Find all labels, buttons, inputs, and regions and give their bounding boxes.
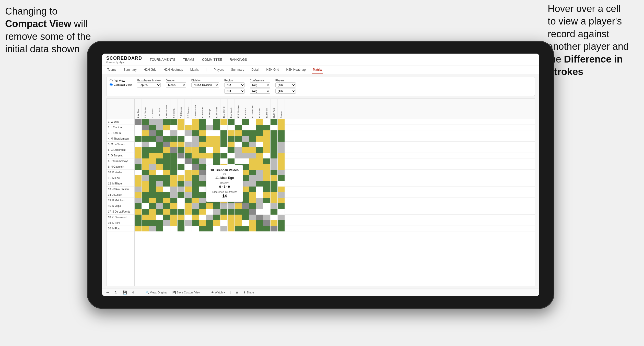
grid-cell[interactable] bbox=[235, 147, 242, 153]
grid-cell[interactable] bbox=[135, 198, 142, 203]
grid-cell[interactable] bbox=[278, 215, 285, 220]
grid-cell[interactable] bbox=[156, 147, 163, 153]
grid-cell[interactable] bbox=[256, 209, 263, 215]
grid-cell[interactable] bbox=[192, 220, 199, 226]
grid-cell[interactable] bbox=[278, 125, 285, 130]
grid-cell[interactable] bbox=[135, 125, 142, 130]
grid-cell[interactable] bbox=[263, 175, 271, 181]
grid-cell[interactable] bbox=[149, 203, 156, 209]
grid-cell[interactable] bbox=[135, 175, 142, 181]
nav-tournaments[interactable]: TOURNAMENTS bbox=[150, 57, 175, 63]
grid-cell[interactable] bbox=[235, 142, 242, 147]
grid-cell[interactable] bbox=[249, 175, 256, 181]
grid-cell[interactable] bbox=[163, 192, 170, 198]
grid-cell[interactable] bbox=[278, 130, 285, 136]
grid-cell[interactable] bbox=[206, 203, 213, 209]
grid-cell[interactable] bbox=[199, 119, 206, 125]
grid-cell[interactable] bbox=[163, 220, 170, 226]
grid-cell[interactable] bbox=[178, 209, 185, 215]
grid-cell[interactable] bbox=[235, 119, 242, 125]
grid-cell[interactable] bbox=[185, 136, 192, 142]
nav-teams[interactable]: TEAMS bbox=[183, 57, 194, 63]
grid-cell[interactable] bbox=[263, 198, 271, 203]
grid-cell[interactable] bbox=[170, 119, 178, 125]
grid-cell[interactable] bbox=[249, 130, 256, 136]
grid-cell[interactable] bbox=[256, 198, 263, 203]
grid-cell[interactable] bbox=[220, 220, 228, 226]
grid-cell[interactable] bbox=[192, 142, 199, 147]
grid-cell[interactable] bbox=[142, 130, 149, 136]
grid-cell[interactable] bbox=[263, 226, 271, 231]
grid-cell[interactable] bbox=[242, 215, 249, 220]
grid-cell[interactable] bbox=[135, 147, 142, 153]
grid-cell[interactable] bbox=[278, 203, 285, 209]
grid-cell[interactable] bbox=[163, 147, 170, 153]
grid-cell[interactable] bbox=[142, 226, 149, 231]
grid-cell[interactable] bbox=[163, 181, 170, 187]
grid-cell[interactable] bbox=[170, 142, 178, 147]
grid-cell[interactable] bbox=[149, 147, 156, 153]
grid-cell[interactable] bbox=[256, 119, 263, 125]
grid-cell[interactable] bbox=[199, 164, 206, 170]
grid-cell[interactable] bbox=[142, 175, 149, 181]
grid-cell[interactable] bbox=[156, 187, 163, 192]
settings-icon[interactable]: ⚙ bbox=[132, 291, 135, 294]
undo-btn[interactable]: ↩ bbox=[106, 290, 109, 294]
grid-cell[interactable] bbox=[149, 226, 156, 231]
grid-cell[interactable] bbox=[249, 125, 256, 130]
grid-cell[interactable] bbox=[135, 136, 142, 142]
grid-cell[interactable] bbox=[242, 164, 249, 170]
grid-cell[interactable] bbox=[228, 153, 235, 158]
grid-cell[interactable] bbox=[278, 192, 285, 198]
grid-cell[interactable] bbox=[149, 164, 156, 170]
grid-cell[interactable] bbox=[263, 215, 271, 220]
grid-cell[interactable] bbox=[256, 153, 263, 158]
grid-cell[interactable] bbox=[170, 215, 178, 220]
grid-cell[interactable] bbox=[249, 181, 256, 187]
grid-cell[interactable] bbox=[192, 175, 199, 181]
grid-cell[interactable] bbox=[256, 158, 263, 164]
grid-cell[interactable] bbox=[163, 198, 170, 203]
grid-cell[interactable] bbox=[142, 158, 149, 164]
tab-matrix-2[interactable]: Matrix bbox=[312, 66, 323, 74]
grid-cell[interactable] bbox=[199, 203, 206, 209]
watch-btn[interactable]: 👁 Watch ▾ bbox=[211, 291, 225, 294]
grid-cell[interactable] bbox=[220, 226, 228, 231]
grid-cell[interactable] bbox=[235, 136, 242, 142]
grid-cell[interactable] bbox=[263, 147, 271, 153]
grid-cell[interactable] bbox=[142, 147, 149, 153]
grid-cell[interactable] bbox=[163, 226, 170, 231]
grid-cell[interactable] bbox=[206, 220, 213, 226]
grid-cell[interactable] bbox=[213, 215, 220, 220]
grid-cell[interactable] bbox=[213, 130, 220, 136]
grid-cell[interactable] bbox=[271, 226, 278, 231]
grid-cell[interactable] bbox=[149, 187, 156, 192]
grid-cell[interactable] bbox=[263, 192, 271, 198]
grid-cell[interactable] bbox=[156, 164, 163, 170]
grid-cell[interactable] bbox=[185, 158, 192, 164]
grid-cell[interactable] bbox=[156, 209, 163, 215]
grid-cell[interactable] bbox=[263, 164, 271, 170]
grid-cell[interactable] bbox=[149, 220, 156, 226]
tab-summary-2[interactable]: Summary bbox=[230, 66, 245, 74]
grid-cell[interactable] bbox=[163, 209, 170, 215]
grid-cell[interactable] bbox=[170, 220, 178, 226]
grid-cell[interactable] bbox=[163, 153, 170, 158]
grid-cell[interactable] bbox=[156, 203, 163, 209]
grid-cell[interactable] bbox=[149, 192, 156, 198]
grid-cell[interactable] bbox=[213, 142, 220, 147]
players-select-2[interactable]: (All) bbox=[275, 89, 296, 94]
max-players-select[interactable]: Top 25 bbox=[137, 82, 161, 88]
grid-cell[interactable] bbox=[149, 119, 156, 125]
grid-cell[interactable] bbox=[185, 175, 192, 181]
grid-cell[interactable] bbox=[242, 181, 249, 187]
grid-cell[interactable] bbox=[199, 198, 206, 203]
grid-cell[interactable] bbox=[235, 220, 242, 226]
grid-cell[interactable] bbox=[242, 136, 249, 142]
grid-cell[interactable] bbox=[206, 142, 213, 147]
grid-cell[interactable] bbox=[170, 147, 178, 153]
grid-cell[interactable] bbox=[156, 136, 163, 142]
grid-cell[interactable] bbox=[228, 125, 235, 130]
grid-cell[interactable] bbox=[263, 181, 271, 187]
tab-h2h-heatmap-2[interactable]: H2H Heatmap bbox=[285, 66, 307, 74]
